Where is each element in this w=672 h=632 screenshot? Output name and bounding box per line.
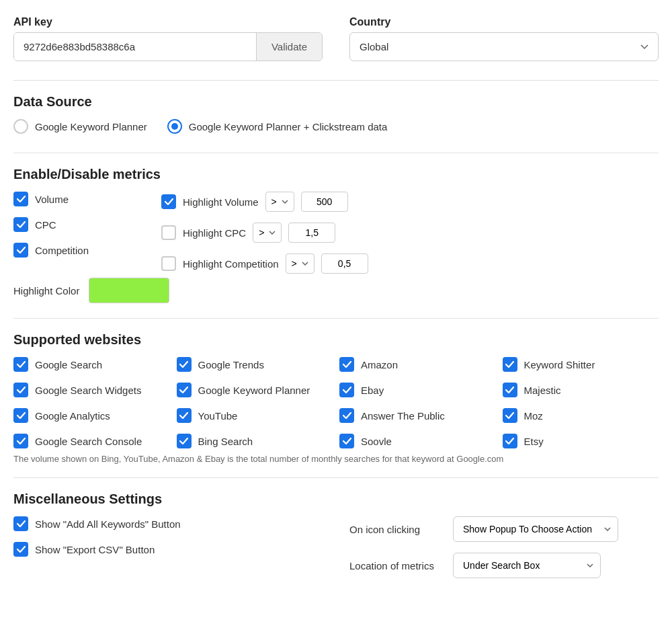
website-youtube-checkbox[interactable]	[177, 408, 192, 423]
website-majestic-checkbox[interactable]	[503, 383, 517, 397]
metric-volume-label: Volume	[35, 194, 69, 205]
website-google-analytics-label: Google Analytics	[35, 410, 110, 422]
misc-grid: Show "Add All Keywords" Button Show "Exp…	[13, 516, 659, 578]
misc-section: Miscellaneous Settings Show "Add All Key…	[13, 491, 659, 578]
website-majestic-label: Majestic	[524, 385, 561, 396]
api-input-row: Validate	[13, 32, 323, 61]
highlight-volume-value[interactable]	[301, 192, 348, 212]
website-google-search-console-checkbox[interactable]	[13, 434, 28, 448]
misc-title: Miscellaneous Settings	[13, 491, 659, 507]
highlight-color-label: Highlight Color	[13, 285, 79, 297]
website-google-search-console: Google Search Console	[13, 434, 170, 448]
data-source-title: Data Source	[13, 94, 659, 110]
website-answer-the-public-label: Answer The Public	[361, 410, 445, 422]
metric-cpc-checkbox[interactable]	[13, 217, 28, 232]
data-source-option2[interactable]: Google Keyword Planner + Clickstream dat…	[167, 119, 388, 134]
metric-cpc-row: CPC	[13, 217, 161, 232]
website-answer-the-public-checkbox[interactable]	[339, 408, 354, 423]
websites-note: The volume shown on Bing, YouTube, Amazo…	[13, 454, 659, 464]
radio-option1-label: Google Keyword Planner	[35, 121, 147, 132]
data-source-radio-row: Google Keyword Planner Google Keyword Pl…	[13, 119, 659, 134]
misc-location-of-metrics-select[interactable]: Under Search Box Above Search Box Sideba…	[453, 553, 601, 578]
highlight-competition-value[interactable]	[321, 253, 368, 274]
metric-volume-checkbox[interactable]	[13, 192, 28, 206]
website-google-search: Google Search	[13, 357, 170, 372]
metric-competition-row: Competition	[13, 243, 161, 258]
website-soovle: Soovle	[339, 434, 496, 448]
website-google-search-label: Google Search	[35, 359, 102, 370]
metrics-section: Enable/Disable metrics Volume CPC	[13, 167, 659, 303]
highlight-cpc-checkbox[interactable]	[161, 225, 176, 240]
highlight-competition-label: Highlight Competition	[183, 258, 279, 270]
misc-left: Show "Add All Keywords" Button Show "Exp…	[13, 516, 323, 578]
website-bing-search-label: Bing Search	[198, 436, 253, 447]
api-key-label: API key	[13, 16, 323, 28]
website-google-keyword-planner-label: Google Keyword Planner	[198, 385, 310, 396]
highlight-color-swatch[interactable]	[89, 278, 169, 303]
metrics-left: Volume CPC Competition	[13, 192, 161, 274]
country-label: Country	[349, 16, 659, 28]
website-etsy-label: Etsy	[524, 436, 544, 447]
metric-volume-row: Volume	[13, 192, 161, 206]
website-moz: Moz	[503, 408, 659, 423]
highlight-volume-row: Highlight Volume ><=	[161, 192, 659, 212]
website-google-keyword-planner: Google Keyword Planner	[177, 383, 333, 397]
website-google-trends-checkbox[interactable]	[177, 357, 192, 372]
metric-cpc-label: CPC	[35, 219, 56, 231]
website-ebay-checkbox[interactable]	[339, 383, 354, 397]
metrics-grid: Volume CPC Competition	[13, 192, 659, 274]
website-keyword-shitter-checkbox[interactable]	[503, 357, 517, 372]
misc-add-all-keywords-row: Show "Add All Keywords" Button	[13, 516, 323, 531]
highlight-competition-operator[interactable]: ><=	[286, 253, 314, 274]
data-source-section: Data Source Google Keyword Planner Googl…	[13, 94, 659, 134]
website-google-search-checkbox[interactable]	[13, 357, 28, 372]
metric-competition-checkbox[interactable]	[13, 243, 28, 258]
misc-export-csv-row: Show "Export CSV" Button	[13, 542, 323, 557]
website-soovle-label: Soovle	[361, 436, 392, 447]
misc-export-csv-label: Show "Export CSV" Button	[35, 544, 155, 555]
website-google-trends-label: Google Trends	[198, 359, 264, 370]
website-moz-checkbox[interactable]	[503, 408, 517, 423]
metrics-title: Enable/Disable metrics	[13, 167, 659, 182]
website-bing-search-checkbox[interactable]	[177, 434, 192, 448]
website-google-keyword-planner-checkbox[interactable]	[177, 383, 192, 397]
website-amazon-checkbox[interactable]	[339, 357, 354, 372]
misc-right: On icon clicking Show Popup To Choose Ac…	[349, 516, 659, 578]
website-soovle-checkbox[interactable]	[339, 434, 354, 448]
radio-option2-label: Google Keyword Planner + Clickstream dat…	[189, 121, 388, 132]
website-google-search-console-label: Google Search Console	[35, 436, 142, 447]
api-key-input[interactable]	[14, 33, 256, 61]
website-etsy-checkbox[interactable]	[503, 434, 517, 448]
website-google-analytics-checkbox[interactable]	[13, 408, 28, 423]
website-google-search-widgets-checkbox[interactable]	[13, 383, 28, 397]
website-google-analytics: Google Analytics	[13, 408, 170, 423]
misc-on-icon-clicking-label: On icon clicking	[349, 524, 444, 535]
metrics-right: Highlight Volume ><= Highlight CPC ><= H…	[161, 192, 659, 274]
country-section: Country Global	[349, 16, 659, 61]
misc-on-icon-clicking-select[interactable]: Show Popup To Choose Action Add Keyword …	[453, 516, 618, 542]
website-moz-label: Moz	[524, 410, 543, 422]
highlight-cpc-operator[interactable]: ><=	[253, 223, 282, 243]
misc-location-of-metrics-row: Location of metrics Under Search Box Abo…	[349, 553, 659, 578]
website-ebay-label: Ebay	[361, 385, 384, 396]
website-bing-search: Bing Search	[177, 434, 333, 448]
website-majestic: Majestic	[503, 383, 659, 397]
website-keyword-shitter-label: Keyword Shitter	[524, 359, 595, 370]
website-youtube: YouTube	[177, 408, 333, 423]
misc-add-all-keywords-checkbox[interactable]	[13, 516, 28, 531]
data-source-option1[interactable]: Google Keyword Planner	[13, 119, 147, 134]
misc-location-of-metrics-label: Location of metrics	[349, 560, 444, 571]
website-etsy: Etsy	[503, 434, 659, 448]
highlight-volume-label: Highlight Volume	[183, 196, 259, 208]
highlight-cpc-row: Highlight CPC ><=	[161, 223, 659, 243]
websites-grid: Google Search Google Trends Amazon Keywo…	[13, 357, 659, 448]
validate-button[interactable]: Validate	[256, 33, 322, 61]
misc-export-csv-checkbox[interactable]	[13, 542, 28, 557]
highlight-competition-checkbox[interactable]	[161, 256, 176, 271]
radio-option1-circle	[13, 119, 28, 134]
highlight-cpc-value[interactable]	[288, 223, 335, 243]
highlight-volume-operator[interactable]: ><=	[265, 192, 294, 212]
highlight-volume-checkbox[interactable]	[161, 194, 176, 209]
website-google-search-widgets-label: Google Search Widgets	[35, 385, 141, 396]
country-select[interactable]: Global	[349, 32, 659, 61]
